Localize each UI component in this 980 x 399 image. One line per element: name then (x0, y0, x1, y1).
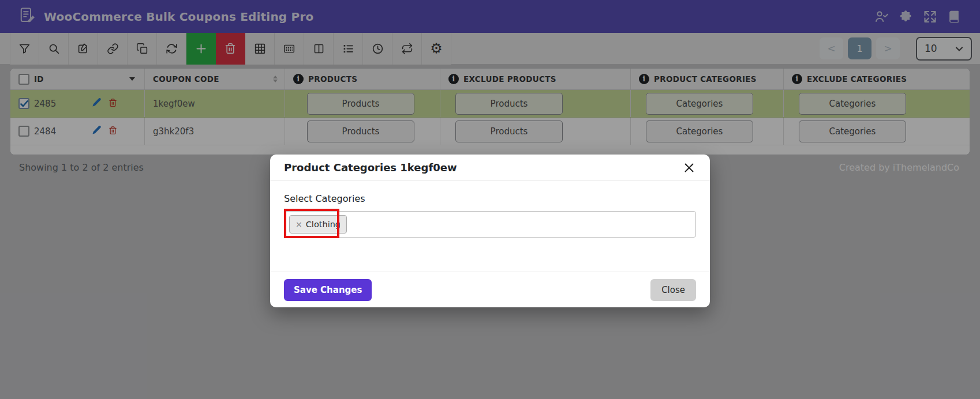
modal-title: Product Categories 1kegf0ew (284, 161, 457, 174)
selected-category-tag: × Clothing (289, 215, 347, 234)
close-button[interactable]: Close (650, 279, 696, 301)
close-icon[interactable] (682, 161, 696, 175)
selected-category-label: Clothing (306, 220, 341, 229)
save-changes-button[interactable]: Save Changes (284, 279, 372, 301)
select-categories-label: Select Categories (284, 193, 696, 204)
remove-tag-icon[interactable]: × (296, 220, 302, 229)
categories-select-input[interactable]: × Clothing (284, 211, 696, 238)
product-categories-modal: Product Categories 1kegf0ew Select Categ… (270, 155, 710, 307)
